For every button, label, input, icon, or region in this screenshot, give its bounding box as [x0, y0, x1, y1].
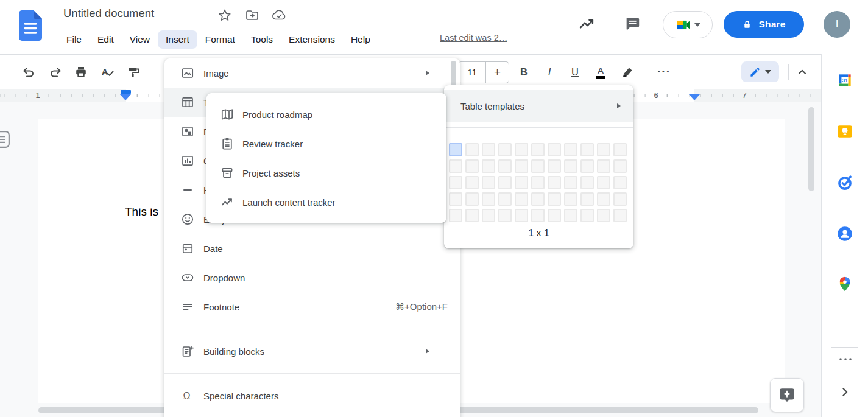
calendar-icon[interactable]: 31: [836, 71, 854, 89]
template-product-roadmap[interactable]: Product roadmap: [206, 100, 446, 129]
grid-size-cell[interactable]: [597, 176, 610, 189]
grid-size-cell[interactable]: [465, 159, 479, 173]
menu-item-special-characters[interactable]: Ω Special characters: [164, 381, 460, 410]
grid-size-cell[interactable]: [580, 209, 594, 222]
document-title[interactable]: Untitled document: [63, 7, 154, 20]
vertical-scrollbar[interactable]: [808, 107, 814, 191]
insights-icon[interactable]: [578, 15, 595, 32]
menu-insert[interactable]: Insert: [158, 30, 197, 49]
grid-size-cell[interactable]: [482, 143, 495, 156]
tasks-icon[interactable]: [836, 173, 854, 192]
move-folder-icon[interactable]: [245, 8, 259, 23]
hide-side-panel-icon[interactable]: [838, 385, 852, 399]
keep-icon[interactable]: [836, 122, 854, 141]
grid-size-cell[interactable]: [613, 176, 627, 189]
first-line-indent-marker[interactable]: [121, 90, 131, 94]
menu-tools[interactable]: Tools: [243, 30, 281, 49]
gemini-sparkle-button[interactable]: [770, 378, 804, 412]
grid-size-cell[interactable]: [498, 192, 512, 206]
cloud-status-icon[interactable]: [271, 8, 286, 23]
grid-size-cell[interactable]: [597, 209, 610, 222]
grid-size-cell[interactable]: [515, 143, 528, 156]
grid-size-cell[interactable]: [564, 209, 577, 222]
grid-size-cell[interactable]: [449, 209, 462, 222]
maps-icon[interactable]: [836, 275, 854, 293]
star-icon[interactable]: [217, 8, 232, 23]
grid-size-cell[interactable]: [465, 209, 479, 222]
grid-size-cell[interactable]: [580, 176, 594, 189]
menu-edit[interactable]: Edit: [90, 30, 122, 49]
grid-size-cell[interactable]: [548, 159, 561, 173]
grid-size-cell[interactable]: [613, 192, 627, 206]
grid-size-cell[interactable]: [465, 192, 479, 206]
grid-size-cell[interactable]: [531, 143, 545, 156]
comments-icon[interactable]: [624, 15, 641, 32]
grid-size-cell[interactable]: [613, 159, 627, 173]
menu-item-dropdown[interactable]: Dropdown: [164, 263, 460, 292]
grid-size-cell[interactable]: [449, 143, 462, 156]
grid-size-cell[interactable]: [449, 192, 462, 206]
redo-button[interactable]: [45, 61, 66, 82]
spellcheck-button[interactable]: A: [97, 61, 118, 82]
grid-size-cell[interactable]: [597, 192, 610, 206]
paint-format-button[interactable]: [123, 61, 144, 82]
menu-format[interactable]: Format: [197, 30, 243, 49]
font-size-increase-button[interactable]: +: [486, 62, 509, 83]
menu-file[interactable]: File: [58, 30, 90, 49]
grid-size-cell[interactable]: [531, 192, 545, 206]
print-button[interactable]: [71, 61, 91, 82]
template-review-tracker[interactable]: Review tracker: [206, 129, 446, 158]
grid-size-cell[interactable]: [482, 176, 495, 189]
grid-size-cell[interactable]: [515, 176, 528, 189]
template-launch-content-tracker[interactable]: Launch content tracker: [206, 187, 446, 217]
grid-size-cell[interactable]: [498, 209, 512, 222]
menu-help[interactable]: Help: [343, 30, 378, 49]
grid-size-cell[interactable]: [449, 176, 462, 189]
grid-size-cell[interactable]: [498, 159, 512, 173]
grid-size-cell[interactable]: [597, 159, 610, 173]
grid-size-cell[interactable]: [498, 176, 512, 189]
grid-size-cell[interactable]: [564, 159, 577, 173]
grid-size-cell[interactable]: [482, 159, 495, 173]
grid-size-cell[interactable]: [564, 176, 577, 189]
font-size-value[interactable]: 11: [459, 62, 486, 83]
toolbar-more-button[interactable]: ···: [654, 61, 674, 82]
document-outline-icon[interactable]: [0, 130, 10, 149]
menu-item-image[interactable]: Image: [164, 58, 460, 88]
grid-size-cell[interactable]: [597, 143, 610, 156]
side-panel-more-icon[interactable]: [838, 356, 853, 363]
right-indent-marker[interactable]: [689, 94, 700, 100]
document-text[interactable]: This is: [125, 205, 158, 219]
grid-size-cell[interactable]: [548, 143, 561, 156]
menu-item-building-blocks[interactable]: Building blocks: [164, 337, 460, 366]
grid-size-cell[interactable]: [531, 176, 545, 189]
grid-size-cell[interactable]: [548, 176, 561, 189]
grid-size-cell[interactable]: [515, 209, 528, 222]
menu-scrollbar[interactable]: [451, 61, 456, 88]
highlight-color-button[interactable]: [618, 61, 638, 82]
menu-extensions[interactable]: Extensions: [281, 30, 343, 49]
italic-button[interactable]: I: [539, 61, 560, 82]
bold-button[interactable]: B: [513, 61, 534, 82]
grid-size-cell[interactable]: [580, 192, 594, 206]
last-edit-link[interactable]: Last edit was 2…: [440, 33, 507, 43]
contacts-icon[interactable]: [836, 225, 854, 243]
menu-view[interactable]: View: [122, 30, 158, 49]
grid-size-cell[interactable]: [580, 159, 594, 173]
text-color-button[interactable]: A: [590, 61, 611, 82]
template-project-assets[interactable]: Project assets: [206, 158, 446, 187]
editing-mode-button[interactable]: [741, 61, 779, 82]
underline-button[interactable]: U: [565, 61, 585, 82]
grid-size-cell[interactable]: [564, 143, 577, 156]
grid-size-cell[interactable]: [482, 192, 495, 206]
grid-size-cell[interactable]: [482, 209, 495, 222]
docs-logo-icon[interactable]: [19, 10, 42, 41]
table-templates-header[interactable]: Table templates: [444, 90, 633, 122]
grid-size-cell[interactable]: [548, 209, 561, 222]
menu-item-footnote[interactable]: Footnote ⌘+Option+F: [164, 292, 460, 321]
grid-size-cell[interactable]: [580, 143, 594, 156]
avatar[interactable]: I: [824, 11, 850, 38]
grid-size-cell[interactable]: [531, 209, 545, 222]
grid-size-cell[interactable]: [515, 159, 528, 173]
grid-size-cell[interactable]: [613, 143, 627, 156]
